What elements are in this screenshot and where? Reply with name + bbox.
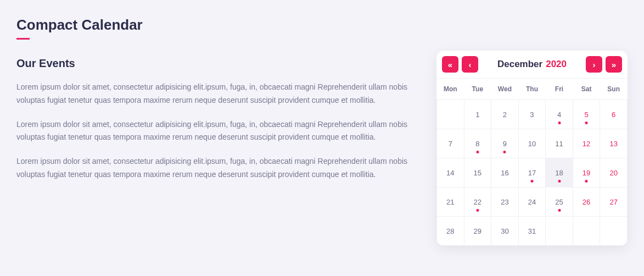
day-number: 24 [519,198,546,206]
calendar-day[interactable]: 15 [464,158,491,187]
event-paragraph: Lorem ipsum dolor sit amet, consectetur … [16,155,412,181]
event-dot-icon [558,209,561,212]
day-number: 9 [491,140,518,148]
day-number: 30 [491,227,518,235]
day-number: 4 [546,111,573,119]
title-underline [16,38,30,40]
prev-year-button[interactable]: « [442,56,458,73]
page-title: Compact Calendar [16,16,415,34]
day-number: 2 [491,111,518,119]
calendar-empty-cell [437,100,464,129]
calendar-week: 28293031 [437,217,628,246]
weekday-header: Sat [573,79,600,100]
day-number: 15 [464,169,491,177]
day-number: 19 [573,169,600,177]
calendar-year-label: 2020 [546,59,567,70]
calendar-day[interactable]: 7 [437,129,464,158]
event-dot-icon [585,180,588,183]
next-nav-group: › » [586,56,622,73]
day-number: 8 [464,140,491,148]
day-number: 10 [519,140,546,148]
day-number: 11 [546,140,573,148]
calendar-empty-cell [546,217,573,246]
day-number: 22 [464,198,491,206]
calendar-day[interactable]: 9 [491,129,519,158]
calendar-day[interactable]: 27 [600,187,628,217]
calendar-day[interactable]: 25 [546,187,573,217]
calendar-week: 123456 [437,100,628,129]
calendar-day[interactable]: 3 [518,100,546,129]
day-number: 5 [573,111,600,119]
calendar-month-label: December [497,59,542,70]
weekday-header: Sun [600,79,628,100]
next-year-button[interactable]: » [606,56,622,73]
calendar-week: 14151617181920 [437,158,628,187]
calendar-day[interactable]: 24 [518,187,546,217]
day-number: 27 [600,198,627,206]
calendar-day[interactable]: 11 [546,129,573,158]
calendar-day[interactable]: 6 [600,100,628,129]
day-number: 3 [519,111,546,119]
day-number: 6 [600,111,627,119]
day-number: 18 [546,169,573,177]
day-number: 13 [600,140,627,148]
calendar-day[interactable]: 12 [573,129,600,158]
calendar-day[interactable]: 23 [491,187,519,217]
day-number: 14 [437,169,464,177]
calendar-day[interactable]: 31 [518,217,546,246]
weekday-header: Mon [437,79,464,100]
calendar-day[interactable]: 20 [600,158,628,187]
day-number: 23 [491,198,518,206]
calendar-day[interactable]: 13 [600,129,628,158]
day-number: 20 [600,169,627,177]
calendar-grid: MonTueWedThuFriSatSun 123456789101112131… [436,78,628,246]
next-month-button[interactable]: › [586,56,602,73]
calendar-day[interactable]: 26 [573,187,600,217]
calendar-day[interactable]: 5 [573,100,600,129]
calendar-day[interactable]: 14 [437,158,464,187]
calendar-empty-cell [600,217,628,246]
calendar-week: 21222324252627 [437,187,628,217]
calendar-day[interactable]: 10 [518,129,546,158]
event-dot-icon [476,209,479,212]
calendar-day[interactable]: 8 [464,129,491,158]
event-dot-icon [476,151,479,153]
event-dot-icon [503,151,506,153]
calendar-day[interactable]: 29 [464,217,491,246]
event-dot-icon [530,180,533,183]
calendar-day[interactable]: 18 [546,158,573,187]
calendar-day[interactable]: 30 [491,217,519,246]
calendar-day[interactable]: 21 [437,187,464,217]
day-number: 31 [519,227,546,235]
day-number: 25 [546,198,573,206]
weekday-header: Wed [491,79,519,100]
calendar-day[interactable]: 1 [464,100,491,129]
day-number: 1 [464,111,491,119]
weekday-header: Fri [546,79,573,100]
event-dot-icon [585,122,588,124]
calendar-empty-cell [573,217,600,246]
calendar-day[interactable]: 22 [464,187,491,217]
day-number: 12 [573,140,600,148]
prev-month-button[interactable]: ‹ [462,56,478,73]
day-number: 7 [437,140,464,148]
content-column: Compact Calendar Our Events Lorem ipsum … [16,16,415,246]
day-number: 28 [437,227,464,235]
calendar-week: 78910111213 [437,129,628,158]
day-number: 26 [573,198,600,206]
prev-nav-group: « ‹ [442,56,478,73]
calendar-day[interactable]: 17 [518,158,546,187]
calendar-header: « ‹ December 2020 › » [436,51,628,78]
calendar-widget: « ‹ December 2020 › » MonTueWedThuFriSat… [436,51,628,246]
event-dot-icon [558,122,561,124]
events-subtitle: Our Events [16,57,415,70]
calendar-title: December 2020 [497,59,567,70]
calendar-day[interactable]: 2 [491,100,519,129]
calendar-day[interactable]: 16 [491,158,519,187]
day-number: 21 [437,198,464,206]
event-dot-icon [558,180,561,183]
day-number: 16 [491,169,518,177]
calendar-day[interactable]: 4 [546,100,573,129]
calendar-day[interactable]: 19 [573,158,600,187]
calendar-day[interactable]: 28 [437,217,464,246]
